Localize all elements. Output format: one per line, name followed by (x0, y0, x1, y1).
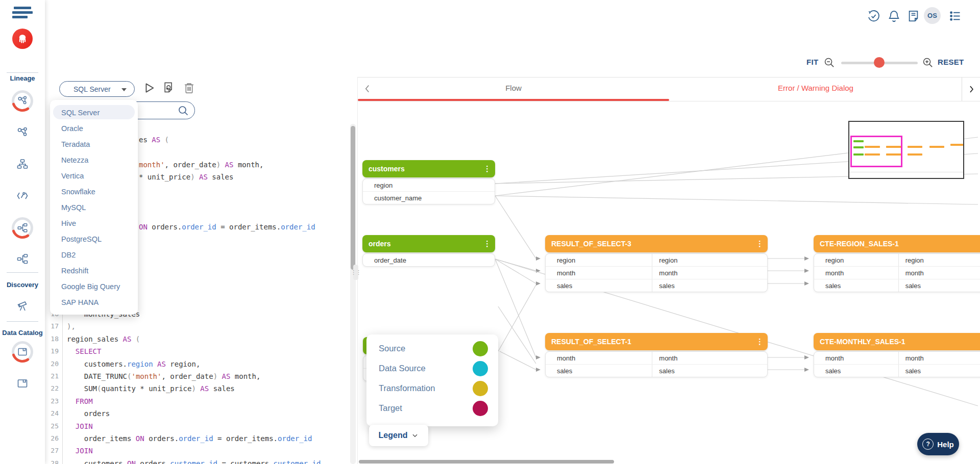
node-row[interactable]: monthmonth (814, 266, 980, 279)
kebab-menu-icon[interactable]: ⋮ (483, 164, 491, 174)
sidebar-item[interactable] (11, 126, 34, 139)
code-wrench-icon (16, 190, 29, 202)
dbms-option[interactable]: Netezza (50, 152, 138, 168)
node-row-label: sales (898, 279, 980, 292)
legend-button[interactable]: Legend (369, 425, 428, 446)
app-logo[interactable] (11, 28, 34, 50)
dbms-option[interactable]: DB2 (50, 247, 138, 263)
node-header[interactable]: CTE-REGION_SALES-1 (814, 235, 980, 252)
code-line: customers ON orders.customer_id = custom… (67, 459, 321, 464)
panel-splitter[interactable]: ⋮⋮ (353, 265, 358, 280)
fit-button[interactable]: FIT (806, 58, 818, 66)
dbms-option[interactable]: Vertica (50, 168, 138, 184)
node-row[interactable]: region (363, 179, 495, 191)
zoom-out-icon[interactable] (823, 57, 835, 68)
node-tree-icon (17, 222, 28, 234)
code-line: customers.region AS region, (67, 359, 200, 369)
minimap-viewport[interactable] (850, 136, 902, 167)
list-menu-icon[interactable] (948, 9, 962, 23)
package-icon (17, 346, 28, 357)
node-row[interactable]: order_date (363, 254, 495, 266)
dbms-option[interactable]: Oracle (50, 120, 138, 136)
node-row-label: sales (814, 282, 898, 290)
node-header[interactable]: RESULT_OF_SELECT-1⋮ (545, 333, 768, 350)
legend-color-dot (473, 381, 488, 396)
node-row[interactable]: salessales (814, 279, 980, 292)
dbms-option[interactable]: PostgreSQL (50, 231, 138, 247)
node-row[interactable]: customer_name (363, 191, 495, 204)
panel-collapse-button[interactable] (962, 78, 980, 101)
tab-bar: Flow Error / Warning Dialog (358, 78, 980, 101)
minimap[interactable] (848, 121, 964, 179)
sidebar-item[interactable] (11, 377, 34, 390)
dbms-option[interactable]: MySQL (50, 199, 138, 215)
dbms-option[interactable]: Hive (50, 215, 138, 231)
zoom-slider-thumb[interactable] (874, 57, 885, 68)
line-number: 23 (45, 397, 59, 405)
node-row-label: customer_name (363, 194, 495, 202)
node-row[interactable]: monthmonth (546, 266, 767, 279)
node-row[interactable]: monthmonth (546, 352, 767, 364)
node-row-label: month (898, 352, 980, 364)
history-check-icon[interactable] (867, 9, 880, 23)
node-header[interactable]: orders⋮ (362, 235, 495, 252)
node-header[interactable]: customers⋮ (362, 160, 495, 177)
dbms-option[interactable]: Teradata (50, 136, 138, 152)
org-chart-icon (16, 158, 29, 170)
kebab-menu-icon[interactable]: ⋮ (483, 239, 491, 249)
canvas-horizontal-scrollbar[interactable] (359, 460, 614, 463)
sidebar-item[interactable] (11, 158, 34, 170)
delete-icon[interactable] (182, 81, 196, 95)
dbms-option-label: Oracle (61, 124, 83, 133)
code-line: FROM (67, 397, 93, 406)
legend-item: Target (366, 398, 498, 418)
node-row[interactable]: salessales (814, 364, 980, 377)
zoom-in-icon[interactable] (922, 57, 934, 68)
node-row[interactable]: monthmonth (814, 352, 980, 364)
kebab-menu-icon[interactable]: ⋮ (756, 239, 764, 249)
reset-button[interactable]: RESET (938, 58, 964, 66)
sidebar-item[interactable] (11, 300, 34, 312)
avatar[interactable]: OS (924, 7, 941, 24)
export-script-icon[interactable] (162, 81, 176, 95)
node-row-label: month (546, 269, 652, 277)
lineage-node-cte-region-sales-1: CTE-REGION_SALES-1regionregionmonthmonth… (814, 235, 980, 292)
line-number: 28 (45, 459, 59, 464)
node-row-label: region (898, 254, 980, 266)
node-header[interactable]: CTE-MONTHLY_SALES-1 (814, 333, 980, 350)
node-body: regionregionmonthmonthsalessales (814, 253, 980, 292)
sidebar-item[interactable] (11, 253, 34, 265)
dbms-option[interactable]: Google Big Query (50, 278, 138, 294)
dbms-dropdown-button[interactable]: SQL Server (59, 81, 135, 97)
sidebar-item[interactable] (11, 341, 34, 363)
editor-scrollbar-thumb[interactable] (351, 126, 355, 270)
legend-color-dot (473, 401, 488, 416)
tab-flow[interactable]: Flow (358, 84, 669, 92)
notes-icon[interactable] (906, 9, 920, 23)
dbms-option[interactable]: SAP HANA (50, 294, 138, 310)
run-icon[interactable] (142, 81, 156, 95)
code-line: region_sales AS ( (67, 334, 140, 344)
dbms-option[interactable]: SQL Server (50, 105, 138, 120)
sidebar-item[interactable] (11, 217, 34, 239)
line-number: 22 (45, 384, 59, 392)
legend-item-label: Target (379, 403, 473, 413)
node-row[interactable]: salessales (546, 279, 767, 292)
search-icon[interactable] (177, 105, 189, 117)
help-button[interactable]: ? Help (917, 433, 959, 455)
dbms-option[interactable]: Snowflake (50, 184, 138, 199)
node-row-label: order_date (363, 256, 495, 264)
sidebar-item[interactable] (11, 90, 34, 112)
bell-icon[interactable] (887, 9, 901, 23)
dbms-option[interactable]: Redshift (50, 263, 138, 278)
hamburger-menu-icon[interactable] (12, 7, 33, 21)
sidebar-item[interactable] (11, 190, 34, 202)
node-header[interactable]: RESULT_OF_SELECT-3⋮ (545, 235, 768, 252)
tab-error-warning-dialog[interactable]: Error / Warning Dialog (669, 84, 962, 92)
node-row[interactable]: salessales (546, 364, 767, 377)
node-tree-icon (16, 253, 29, 265)
kebab-menu-icon[interactable]: ⋮ (756, 337, 764, 347)
node-row[interactable]: regionregion (814, 254, 980, 266)
node-row[interactable]: regionregion (546, 254, 767, 266)
node-row-label: sales (546, 367, 652, 375)
